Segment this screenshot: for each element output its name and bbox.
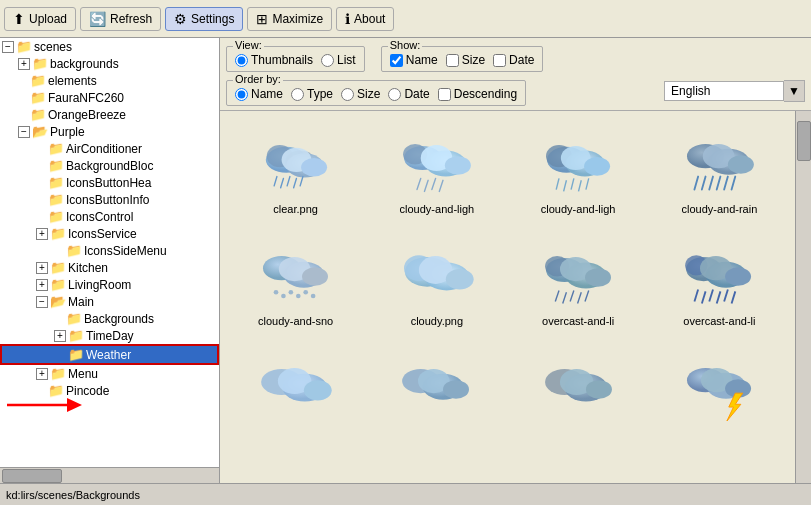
tree-label-Main: Main — [68, 295, 94, 309]
settings-icon: ⚙ — [174, 11, 187, 27]
tree-label-IconsControl: IconsControl — [66, 210, 133, 224]
tree-hscrollbar-thumb[interactable] — [2, 469, 62, 483]
radio-order-name[interactable]: Name — [235, 87, 283, 101]
tree-item-Main[interactable]: − 📂 Main — [0, 293, 219, 310]
svg-line-9 — [294, 178, 297, 187]
tree-hscrollbar[interactable] — [0, 467, 219, 483]
file-item-cloudy-light2[interactable]: cloudy-and-ligh — [513, 121, 644, 223]
radio-list[interactable]: List — [321, 53, 356, 67]
toggle-Kitchen[interactable]: + — [36, 262, 48, 274]
tree-item-IconsButtonInfo[interactable]: 📁 IconsButtonInfo — [0, 191, 219, 208]
checkbox-descending[interactable]: Descending — [438, 87, 517, 101]
tree-item-Pincode[interactable]: 📁 Pincode — [0, 382, 219, 399]
toggle-scenes[interactable]: − — [2, 41, 14, 53]
tree-item-backgrounds[interactable]: + 📁 backgrounds — [0, 55, 219, 72]
tree-item-Kitchen[interactable]: + 📁 Kitchen — [0, 259, 219, 276]
toggle-Main[interactable]: − — [36, 296, 48, 308]
tree-item-IconsControl[interactable]: 📁 IconsControl — [0, 208, 219, 225]
svg-point-49 — [311, 293, 316, 298]
toggle-Menu[interactable]: + — [36, 368, 48, 380]
svg-line-19 — [440, 180, 444, 191]
settings-button[interactable]: ⚙ Settings — [165, 7, 243, 31]
svg-line-70 — [694, 289, 698, 301]
tree-panel: − 📁 scenes + 📁 backgrounds 📁 elements — [0, 38, 220, 483]
file-item-cloudy[interactable]: cloudy.png — [371, 233, 502, 335]
tree-item-Backgrounds[interactable]: 📁 Backgrounds — [0, 310, 219, 327]
file-thumb-storm1 — [251, 353, 341, 423]
svg-point-47 — [296, 293, 301, 298]
file-item-storm2[interactable] — [371, 345, 502, 435]
file-item-overcast1[interactable]: overcast-and-li — [513, 233, 644, 335]
toggle-backgrounds[interactable]: + — [18, 58, 30, 70]
upload-button[interactable]: ⬆ Upload — [4, 7, 76, 31]
file-name-cloudy: cloudy.png — [411, 315, 463, 327]
toggle-LivingRoom[interactable]: + — [36, 279, 48, 291]
file-item-storm1[interactable] — [230, 345, 361, 435]
svg-line-37 — [717, 176, 721, 189]
file-item-cloudy-light1[interactable]: cloudy-and-ligh — [371, 121, 502, 223]
radio-order-size[interactable]: Size — [341, 87, 380, 101]
vscrollbar[interactable] — [795, 111, 811, 483]
tree-label-backgrounds: backgrounds — [50, 57, 119, 71]
checkbox-name[interactable]: Name — [390, 53, 438, 67]
about-icon: ℹ — [345, 11, 350, 27]
file-item-cloudy-rain[interactable]: cloudy-and-rain — [654, 121, 785, 223]
tree-item-AirConditioner[interactable]: 📁 AirConditioner — [0, 140, 219, 157]
radio-thumbnails[interactable]: Thumbnails — [235, 53, 313, 67]
svg-line-29 — [586, 178, 589, 189]
tree-item-OrangeBreeze[interactable]: 📁 OrangeBreeze — [0, 106, 219, 123]
tree-label-LivingRoom: LivingRoom — [68, 278, 131, 292]
maximize-button[interactable]: ⊞ Maximize — [247, 7, 332, 31]
folder-icon-Backgrounds: 📁 — [66, 311, 82, 326]
file-item-clear[interactable]: clear.png — [230, 121, 361, 223]
tree-item-LivingRoom[interactable]: + 📁 LivingRoom — [0, 276, 219, 293]
toggle-IconsService[interactable]: + — [36, 228, 48, 240]
file-item-overcast2[interactable]: overcast-and-li — [654, 233, 785, 335]
tree-label-Kitchen: Kitchen — [68, 261, 108, 275]
file-item-lightning[interactable] — [654, 345, 785, 435]
radio-order-type[interactable]: Type — [291, 87, 333, 101]
tree-item-FauraNFC260[interactable]: 📁 FauraNFC260 — [0, 89, 219, 106]
file-thumb-clear — [251, 129, 341, 199]
language-dropdown-button[interactable]: ▼ — [784, 80, 805, 102]
vscrollbar-thumb[interactable] — [797, 121, 811, 161]
svg-point-69 — [725, 267, 751, 286]
folder-icon-BackgroundBlock: 📁 — [48, 158, 64, 173]
svg-point-33 — [728, 155, 754, 174]
tree-item-scenes[interactable]: − 📁 scenes — [0, 38, 219, 55]
file-grid: clear.png — [220, 111, 795, 445]
tree-item-Purple[interactable]: − 📂 Purple — [0, 123, 219, 140]
svg-point-43 — [302, 267, 328, 286]
radio-order-date[interactable]: Date — [388, 87, 429, 101]
tree-item-TimeDay[interactable]: + 📁 TimeDay — [0, 327, 219, 344]
file-item-cloudy-snow[interactable]: cloudy-and-sno — [230, 233, 361, 335]
folder-icon-OrangeBreeze: 📁 — [30, 107, 46, 122]
folder-icon-Kitchen: 📁 — [50, 260, 66, 275]
folder-icon-Weather: 📁 — [68, 347, 84, 362]
right-panel: View: Thumbnails List Show: — [220, 38, 811, 483]
toggle-Purple[interactable]: − — [18, 126, 30, 138]
tree-item-Menu[interactable]: + 📁 Menu — [0, 365, 219, 382]
tree-item-IconsService[interactable]: + 📁 IconsService — [0, 225, 219, 242]
svg-line-72 — [709, 289, 713, 301]
tree-item-IconsButtonHead[interactable]: 📁 IconsButtonHea — [0, 174, 219, 191]
toggle-TimeDay[interactable]: + — [54, 330, 66, 342]
svg-line-26 — [563, 180, 566, 191]
file-name-cloudy-light2: cloudy-and-ligh — [541, 203, 616, 215]
toolbar: ⬆ Upload 🔄 Refresh ⚙ Settings ⊞ Maximize… — [0, 0, 811, 38]
checkbox-date[interactable]: Date — [493, 53, 534, 67]
tree-label-Pincode: Pincode — [66, 384, 109, 398]
svg-point-79 — [304, 380, 332, 400]
tree-item-BackgroundBlock[interactable]: 📁 BackgroundBloc — [0, 157, 219, 174]
tree-item-IconsSideMenu[interactable]: 📁 IconsSideMenu — [0, 242, 219, 259]
about-button[interactable]: ℹ About — [336, 7, 394, 31]
checkbox-size[interactable]: Size — [446, 53, 485, 67]
tree-label-TimeDay: TimeDay — [86, 329, 134, 343]
tree-item-elements[interactable]: 📁 elements — [0, 72, 219, 89]
folder-icon-Menu: 📁 — [50, 366, 66, 381]
refresh-button[interactable]: 🔄 Refresh — [80, 7, 161, 31]
file-item-storm3[interactable] — [513, 345, 644, 435]
language-select[interactable]: English French German Spanish — [664, 81, 784, 101]
svg-line-7 — [281, 178, 284, 187]
tree-item-Weather[interactable]: 📁 Weather — [0, 344, 219, 365]
